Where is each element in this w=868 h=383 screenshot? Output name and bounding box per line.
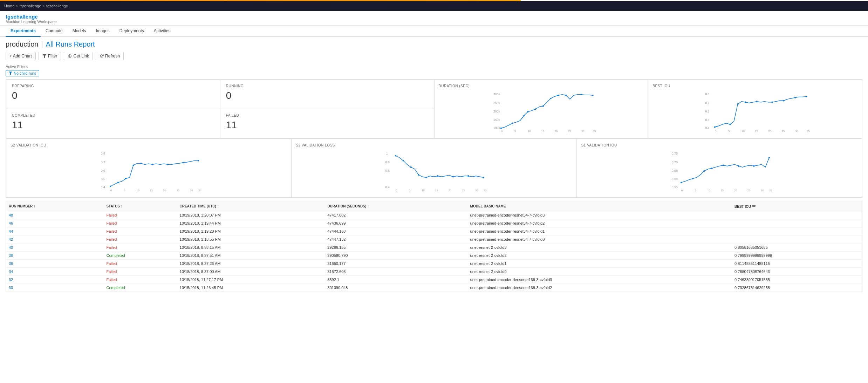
svg-point-83 <box>395 155 396 156</box>
top-bar: Home > tgschallenge > tgschallenge <box>0 1 868 11</box>
col-run-number[interactable]: RUN NUMBER ↑ <box>6 201 103 211</box>
svg-point-42 <box>737 103 738 105</box>
nav-models[interactable]: Models <box>68 26 91 37</box>
cell-model: unet-resnet-2-cvfold1 <box>467 260 732 268</box>
svg-text:5: 5 <box>409 189 411 192</box>
cell-run-number[interactable]: 36 <box>6 260 103 268</box>
svg-text:20: 20 <box>449 189 451 192</box>
nav-activities[interactable]: Activities <box>149 26 175 37</box>
cell-status: Failed <box>103 227 177 235</box>
svg-point-19 <box>527 111 528 112</box>
cell-run-number[interactable]: 38 <box>6 252 103 260</box>
page-link[interactable]: tgschallenge <box>46 4 68 8</box>
filter-icon <box>42 54 47 58</box>
table-row: 42 Failed 10/19/2018, 1:18:55 PM 47447.1… <box>6 235 862 244</box>
get-link-button[interactable]: Get Link <box>64 52 93 60</box>
cell-duration: 5592.1 <box>324 276 467 284</box>
col-best-iou[interactable]: BEST IOU ✏ <box>732 201 862 211</box>
svg-point-44 <box>756 101 758 102</box>
add-chart-button[interactable]: + Add Chart <box>6 52 36 60</box>
workspace-subtitle: Machine Learning Workspace <box>6 20 862 24</box>
svg-point-107 <box>703 170 705 172</box>
nav-experiments[interactable]: Experiments <box>6 26 41 37</box>
svg-text:0.4: 0.4 <box>101 185 105 189</box>
svg-text:10: 10 <box>707 189 710 192</box>
cell-best-iou: 0.811488511488115 <box>732 260 862 268</box>
chart-duration: DURATION (SEC) 300k 250k 200k 150k 100k … <box>434 80 648 138</box>
workspace-link[interactable]: tgschallenge <box>20 4 41 8</box>
table-row: 44 Failed 10/19/2018, 1:19:20 PM 47444.1… <box>6 227 862 235</box>
cell-run-number[interactable]: 48 <box>6 211 103 219</box>
cell-best-iou: 0.732867314629258 <box>732 284 862 292</box>
stats-grid: PREPARING 0 RUNNING 0 DURATION (SEC) 300… <box>6 79 862 139</box>
runs-table: RUN NUMBER ↑ STATUS ↕ CREATED TIME (UTC)… <box>6 201 862 292</box>
svg-point-112 <box>768 157 770 158</box>
cell-run-number[interactable]: 42 <box>6 235 103 244</box>
active-filters-section: Active Filters No child runs <box>0 63 868 79</box>
svg-point-17 <box>512 123 513 124</box>
duration-chart-svg: 300k 250k 200k 150k 100k 0 5 10 15 20 25… <box>439 91 644 133</box>
page-title-sep: | <box>41 40 43 48</box>
cell-run-number[interactable]: 30 <box>6 284 103 292</box>
svg-text:0: 0 <box>110 189 112 192</box>
col-model[interactable]: MODEL BASIC NAME <box>467 201 732 211</box>
col-status[interactable]: STATUS ↕ <box>103 201 177 211</box>
cell-model: unet-pretrained-encoder-densenet169-3-cv… <box>467 276 732 284</box>
svg-point-91 <box>483 177 484 178</box>
table-row: 30 Completed 10/15/2018, 11:26:45 PM 301… <box>6 284 862 292</box>
cell-best-iou: 0.7999999999999999 <box>732 252 862 260</box>
svg-point-62 <box>110 185 111 187</box>
svg-point-24 <box>565 95 567 96</box>
svg-point-20 <box>534 108 536 110</box>
cell-created: 10/18/2018, 8:58:15 AM <box>177 244 325 252</box>
home-link[interactable]: Home <box>4 4 14 8</box>
workspace-title: tgschallenge <box>6 14 862 20</box>
svg-text:20: 20 <box>734 189 737 192</box>
svg-text:30: 30 <box>190 189 193 192</box>
cell-run-number[interactable]: 34 <box>6 268 103 276</box>
runs-table-container: RUN NUMBER ↑ STATUS ↕ CREATED TIME (UTC)… <box>6 201 862 292</box>
cell-run-number[interactable]: 46 <box>6 219 103 227</box>
svg-point-26 <box>592 95 593 96</box>
svg-text:35: 35 <box>484 189 486 192</box>
cell-run-number[interactable]: 40 <box>6 244 103 252</box>
cell-created: 10/19/2018, 1:19:20 PM <box>177 227 325 235</box>
cell-model: unet-pretrained-encoder-resnet34-7-cvfol… <box>467 227 732 235</box>
nav-deployments[interactable]: Deployments <box>115 26 149 37</box>
svg-text:25: 25 <box>568 130 570 133</box>
cell-run-number[interactable]: 32 <box>6 276 103 284</box>
stat-running: RUNNING 0 <box>220 80 434 109</box>
cell-best-iou <box>732 211 862 219</box>
svg-marker-2 <box>9 72 12 75</box>
stat-preparing-value: 0 <box>12 90 214 101</box>
link-icon <box>68 54 72 58</box>
svg-text:10: 10 <box>422 189 425 192</box>
svg-text:30: 30 <box>475 189 478 192</box>
cell-model: unet-pretrained-encoder-resnet34-7-cvfol… <box>467 235 732 244</box>
stat-preparing-label: PREPARING <box>12 84 214 88</box>
edit-icon[interactable]: ✏ <box>752 203 756 209</box>
svg-text:0.7: 0.7 <box>705 101 710 105</box>
cell-model: unet-pretrained-encoder-resnet34-7-cvfol… <box>467 219 732 227</box>
cell-status: Failed <box>103 276 177 284</box>
cell-best-iou: 0.746339017051535 <box>732 276 862 284</box>
filter-tag-no-child-runs[interactable]: No child runs <box>6 70 39 76</box>
svg-text:10: 10 <box>528 130 531 133</box>
table-row: 38 Completed 10/18/2018, 8:37:51 AM 2905… <box>6 252 862 260</box>
svg-marker-0 <box>43 54 46 58</box>
col-duration[interactable]: DURATION (SECONDS) ↕ <box>324 201 467 211</box>
svg-text:5: 5 <box>514 130 516 133</box>
nav-images[interactable]: Images <box>91 26 114 37</box>
page-title-sub: All Runs Report <box>46 40 95 48</box>
col-created-time[interactable]: CREATED TIME (UTC) ↕ <box>177 201 325 211</box>
s2-val-loss-chart-svg: 1 0.8 0.6 0.4 0 5 10 15 20 25 30 35 <box>296 150 572 192</box>
svg-point-23 <box>558 95 559 96</box>
svg-text:5: 5 <box>124 189 125 192</box>
chart-s1-val-iou-label: S1 VALIDATION IOU <box>581 143 857 147</box>
nav-compute[interactable]: Compute <box>41 26 68 37</box>
svg-text:35: 35 <box>807 130 809 133</box>
cell-duration: 29286.155 <box>324 244 467 252</box>
cell-run-number[interactable]: 44 <box>6 227 103 235</box>
refresh-button[interactable]: Refresh <box>96 52 124 60</box>
filter-button[interactable]: Filter <box>39 52 61 60</box>
